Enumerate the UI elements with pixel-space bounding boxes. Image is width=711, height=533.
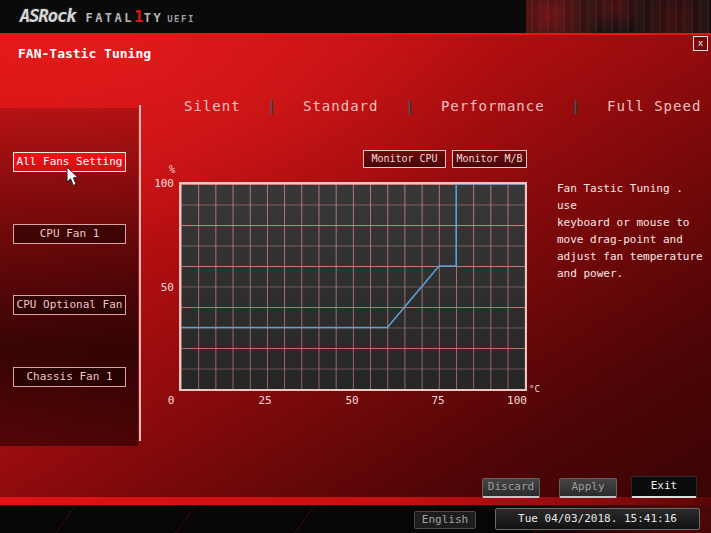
x-tick-75: 75 (423, 394, 453, 407)
x-tick-100: 100 (502, 394, 532, 407)
panel-bottom-strip (0, 497, 711, 505)
fatal1ty-one: 1 (134, 7, 144, 26)
sidebar-item-cpu-optional-fan[interactable]: CPU Optional Fan (13, 295, 126, 315)
sidebar-divider (139, 105, 141, 441)
tab-separator: | (268, 98, 276, 114)
uefi-screen: { "brand": { "asrock": "ASRock", "fatal_… (0, 0, 711, 533)
top-bar: ASRockFATAL1TYUEFI (0, 0, 711, 33)
fan-profile-tabs: Silent | Standard | Performance | Full S… (184, 98, 701, 114)
x-tick-25: 25 (250, 394, 280, 407)
y-tick-50: 50 (150, 281, 174, 294)
help-text: Fan Tastic Tuning . use keyboard or mous… (557, 180, 707, 282)
page-title: FAN-Tastic Tuning (18, 46, 151, 61)
language-button[interactable]: English (414, 511, 476, 529)
y-tick-100: 100 (150, 177, 174, 190)
x-axis-unit-label: °C (529, 384, 540, 394)
tab-full-speed[interactable]: Full Speed (607, 98, 701, 114)
sidebar-item-chassis-fan-1[interactable]: Chassis Fan 1 (13, 367, 126, 387)
apply-button[interactable]: Apply (559, 478, 617, 498)
uefi-wordmark: UEFI (167, 14, 195, 24)
tab-performance[interactable]: Performance (441, 98, 545, 114)
asrock-fatal1ty-logo: ASRockFATAL1TYUEFI (20, 6, 195, 26)
y-axis-unit-label: % (169, 164, 175, 175)
x-tick-50: 50 (337, 394, 367, 407)
fan-curve-chart[interactable] (179, 182, 527, 391)
monitor-cpu-button[interactable]: Monitor CPU (363, 150, 446, 168)
tab-silent[interactable]: Silent (184, 98, 241, 114)
close-button[interactable]: x (693, 36, 708, 51)
discard-button[interactable]: Discard (482, 478, 540, 498)
exit-button[interactable]: Exit (631, 476, 697, 498)
mouse-cursor-icon (66, 167, 80, 187)
x-tick-0: 0 (156, 394, 186, 407)
datetime-display: Tue 04/03/2018. 15:41:16 (495, 508, 700, 530)
asrock-wordmark: ASRock (20, 6, 75, 26)
circuit-texture (526, 0, 711, 33)
sidebar-item-cpu-fan-1[interactable]: CPU Fan 1 (13, 224, 126, 244)
tab-separator: | (405, 98, 413, 114)
tab-standard[interactable]: Standard (303, 98, 378, 114)
tab-separator: | (572, 98, 580, 114)
fan-curve-svg (181, 184, 525, 389)
monitor-mb-button[interactable]: Monitor M/B (452, 150, 527, 168)
fatal1ty-wordmark: FATAL1TY (85, 11, 163, 25)
